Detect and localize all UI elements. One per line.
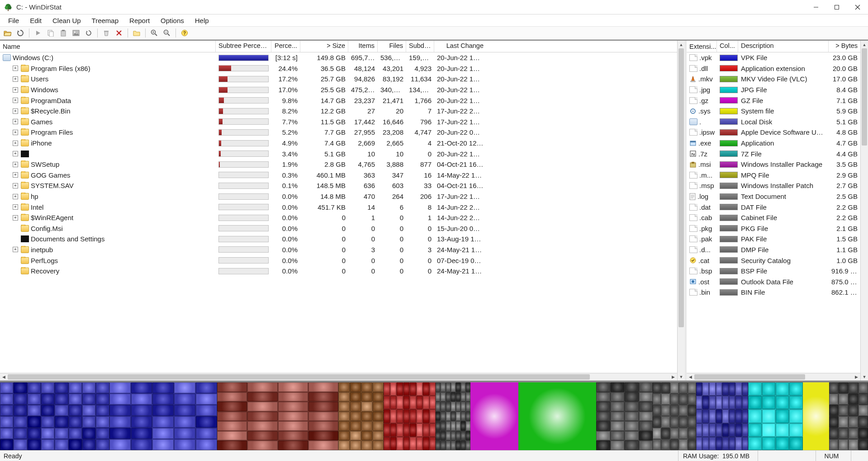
toolbar-delete-button[interactable] [113,28,125,38]
extension-row[interactable]: .vpkVPK File23.0 GB [687,52,860,63]
menu-file[interactable]: File [3,14,24,26]
expand-toggle[interactable]: + [13,141,18,146]
menu-treemap[interactable]: Treemap [86,14,124,26]
treemap-block[interactable] [338,382,384,450]
treemap-block[interactable] [109,382,217,450]
toolbar-paste-button[interactable] [57,28,69,38]
expand-toggle[interactable]: + [13,247,18,252]
extension-row[interactable]: .pkgPKG File2.1 GB [687,223,860,234]
extension-row[interactable]: .Local Disk5.1 GB [687,117,860,127]
extension-row[interactable]: .mkvMKV Video File (VLC)17.0 GB [687,74,860,85]
extension-row[interactable]: .mspWindows Installer Patch2.7 GB [687,180,860,191]
extension-row[interactable]: .bspBSP File916.9 MB [687,266,860,277]
expand-toggle[interactable]: + [13,66,18,71]
directory-list-vscrollbar[interactable]: ▲ ▼ [677,41,685,381]
directory-list-hscrollbar[interactable]: ◀ ▶ [0,373,677,381]
menu-help[interactable]: Help [190,14,214,26]
directory-row[interactable]: +$Recycle.Bin8.2%12.2 GB2720717-Jun-22 2… [0,106,677,117]
scroll-down-icon[interactable]: ▼ [861,373,868,381]
extension-row[interactable]: .d...DMP File1.1 GB [687,245,860,255]
column-header[interactable]: Name [0,41,216,52]
maximize-button[interactable] [826,0,847,14]
directory-row[interactable]: +Games7.7%11.5 GB17,44216,64679617-Jun-2… [0,117,677,127]
expand-toggle[interactable]: + [13,162,18,167]
extension-row[interactable]: .jpgJPG File8.4 GB [687,85,860,95]
toolbar-copy-button[interactable] [45,28,57,38]
treemap-block[interactable] [748,382,803,450]
extension-list-body[interactable]: .vpkVPK File23.0 GB.dllApplication exten… [687,52,860,373]
toolbar-folder-button[interactable] [131,28,142,38]
directory-row[interactable]: +hp0.0%14.8 MB47026420617-Jun-22 17:32 [0,191,677,202]
menu-report[interactable]: Report [124,14,155,26]
treemap-block[interactable] [518,382,597,450]
treemap-block[interactable] [217,382,339,450]
treemap-block[interactable] [436,382,470,450]
treemap-block[interactable] [803,382,829,450]
column-header[interactable]: Items [348,41,378,52]
directory-row[interactable]: +GOG Games0.3%460.1 MB3633471614-May-22 … [0,170,677,181]
expand-toggle[interactable]: + [13,183,18,188]
extension-row[interactable]: .exeApplication4.7 GB [687,138,860,149]
expand-toggle[interactable]: + [13,98,18,103]
menu-clean-up[interactable]: Clean Up [47,14,86,26]
directory-row[interactable]: +SYSTEM.SAV0.1%148.5 MB6366033304-Oct-21… [0,180,677,191]
directory-row[interactable]: +iPhone4.9%7.4 GB2,6692,665421-Oct-20 12… [0,138,677,149]
extension-row[interactable]: .dllApplication extension20.0 GB [687,63,860,74]
extension-row[interactable]: .ostOutlook Data File875.0 MB [687,276,860,287]
extension-list-hscrollbar[interactable]: ◀ ▶ [687,373,860,381]
directory-row[interactable]: +SWSetup1.9%2.8 GB4,7653,88887704-Oct-21… [0,159,677,170]
expand-toggle[interactable]: + [13,87,18,93]
directory-row[interactable]: Windows (C:)[3:12 s]149.8 GB695,767536,4… [0,52,677,63]
extension-row[interactable]: .cabCabinet File2.2 GB [687,212,860,223]
menu-options[interactable]: Options [155,14,190,26]
treemap-block[interactable] [653,382,696,450]
scroll-up-icon[interactable]: ▲ [678,41,685,48]
directory-row[interactable]: PerfLogs0.0%000007-Dec-19 09:14 [0,255,677,266]
treemap-block[interactable] [384,382,436,450]
toolbar-refresh-button[interactable] [14,28,26,38]
extension-row[interactable]: .logText Document2.5 GB [687,191,860,202]
column-header[interactable]: Perce... [271,41,300,52]
expand-toggle[interactable]: + [13,151,18,156]
expand-toggle[interactable]: + [13,119,18,124]
column-header[interactable]: > Bytes [829,41,860,52]
toolbar-image-button[interactable] [70,28,82,38]
directory-row[interactable]: +inetpub0.0%030324-May-21 16:33 [0,245,677,255]
scroll-left-icon[interactable]: ◀ [0,373,8,381]
scroll-left-icon[interactable]: ◀ [687,373,694,381]
extension-row[interactable]: .datDAT File2.2 GB [687,202,860,212]
column-header[interactable]: Description [738,41,829,52]
treemap-pane[interactable] [0,381,868,450]
scroll-right-icon[interactable]: ▶ [853,373,860,381]
scroll-down-icon[interactable]: ▼ [678,373,685,381]
column-header[interactable]: Files [378,41,406,52]
directory-row[interactable]: +Intel0.0%451.7 KB146814-Jun-22 23:57 [0,202,677,212]
treemap-block[interactable] [596,382,653,450]
column-header[interactable]: Col... [717,41,738,52]
toolbar-reload-button[interactable] [83,28,95,38]
expand-toggle[interactable]: + [13,215,18,221]
expand-toggle[interactable]: + [13,204,18,210]
toolbar-help-button[interactable]: ? [179,28,190,38]
expand-toggle[interactable]: + [13,130,18,135]
expand-toggle[interactable]: + [13,194,18,199]
directory-row[interactable]: +Users17.2%25.7 GB94,82683,19211,63420-J… [0,74,677,85]
directory-row[interactable]: +Program Files5.2%7.7 GB27,95523,2084,74… [0,127,677,138]
toolbar-zoom-in-button[interactable] [148,28,160,38]
column-header[interactable]: Last Change [434,41,486,52]
directory-row[interactable]: Recovery0.0%000024-May-21 13:33 [0,266,677,277]
extension-list-vscrollbar[interactable]: ▲ ▼ [860,41,868,381]
column-header[interactable]: Subtree Percent... [216,41,271,52]
column-header[interactable]: Subdirs [406,41,434,52]
treemap-block[interactable] [829,382,868,450]
treemap-block[interactable] [0,382,109,450]
expand-toggle[interactable]: + [13,172,18,178]
directory-list-body[interactable]: Windows (C:)[3:12 s]149.8 GB695,767536,4… [0,52,677,373]
directory-row[interactable]: +ProgramData9.8%14.7 GB23,23721,4711,766… [0,95,677,106]
extension-row[interactable]: .sysSystem file5.9 GB [687,106,860,117]
extension-row[interactable]: .gzGZ File7.1 GB [687,95,860,106]
expand-toggle[interactable]: + [13,108,18,114]
extension-row[interactable]: .msiWindows Installer Package3.5 GB [687,159,860,170]
extension-row[interactable]: .ipswApple Device Software Upda...4.8 GB [687,127,860,138]
treemap-block[interactable] [470,382,518,450]
